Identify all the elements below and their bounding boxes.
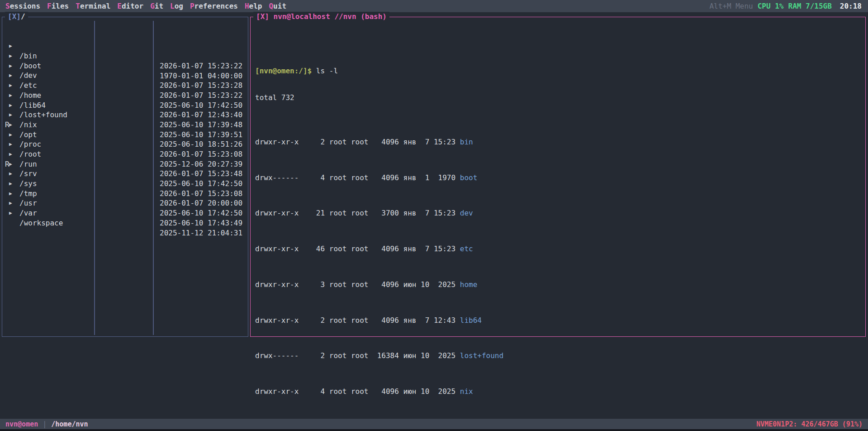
menu-item[interactable]: Files [47, 2, 69, 10]
tree-row[interactable]: ▶ /boot 1970-01-01 04:00:00 [2, 32, 247, 42]
ls-row-meta: drwx------ 2 root root 16384 июн 10 2025 [255, 351, 460, 360]
ls-row-meta: drwx------ 4 root root 4096 янв 1 1970 [255, 173, 460, 182]
menu-item-label: it [155, 2, 163, 10]
ls-row-meta: drwxr-xr-x 3 root root 4096 июн 10 2025 [255, 280, 460, 289]
menu-items: Sessions Files Terminal Editor Git Log P… [5, 2, 286, 10]
menu-hotkey-hint: Alt+M Menu [709, 2, 753, 10]
tree-row[interactable]: ▶ /root 2025-12-06 20:27:39 [2, 120, 247, 130]
shell-prompt: [nvn@omen:/]$ [255, 67, 312, 75]
clock: 20:18 [840, 2, 862, 10]
ls-output-row: drwxr-xr-x 3 root root 4096 июн 10 2025 … [255, 280, 864, 290]
tree-row[interactable]: R ▶ /proc 2026-01-07 15:23:08 [2, 110, 247, 120]
ls-row-dirname: dev [460, 209, 473, 217]
tree-dir-name: /workspace [19, 218, 63, 228]
tree-dir-timestamp: 2025-06-10 17:42:50 [160, 208, 242, 218]
menu-item[interactable]: Quit [269, 2, 286, 10]
expand-arrow-icon[interactable]: ▶ [9, 208, 12, 218]
tree-dir-name: /usr [19, 198, 37, 208]
menu-item[interactable]: Sessions [5, 2, 40, 10]
menu-item-label: erminal [80, 2, 110, 10]
ls-row-dirname: lib64 [460, 316, 482, 325]
terminal-blank-line [255, 39, 864, 49]
tree-row[interactable]: ▶ /var 2025-06-10 17:43:49 [2, 179, 247, 189]
ls-output-row: drwxr-xr-x 2 root root 4096 янв 7 15:23 … [255, 137, 864, 147]
ls-row-dirname: lost+found [460, 351, 503, 360]
pane-tab-indicator[interactable]: [X] [8, 12, 21, 21]
pane-title-path: / [21, 12, 25, 21]
tree-dir-timestamp: 2026-01-07 20:00:00 [160, 198, 242, 208]
file-tree-pane: [X]/ ▶ /bin 2026-01-07 15:23:22 ▶ /boot … [2, 17, 248, 337]
menu-item-label: essions [10, 2, 40, 10]
terminal-title-text: nvn@localhost //nvn (bash) [269, 12, 387, 21]
status-host: nvn@omen [5, 420, 38, 428]
menu-item-hotkey: E [117, 2, 122, 10]
tree-row[interactable]: ▶ /dev 2026-01-07 15:23:28 [2, 41, 247, 51]
menu-item-label: ditor [122, 2, 143, 10]
menu-item-label: uit [273, 2, 286, 10]
terminal-app-window: Sessions Files Terminal Editor Git Log P… [0, 0, 868, 431]
menu-item-hotkey: G [150, 2, 155, 10]
terminal-command-line: [nvn@omen:/]$ls -l [255, 66, 864, 76]
menu-item-hotkey: S [5, 2, 10, 10]
tree-row[interactable]: ▶ /nix 2025-06-10 17:39:51 [2, 91, 247, 101]
menu-item[interactable]: Git [150, 2, 163, 10]
status-current-path: /home/nvn [51, 420, 88, 428]
tree-row[interactable]: ▶ /lib64 2026-01-07 12:43:40 [2, 71, 247, 81]
menu-item[interactable]: Preferences [190, 2, 238, 10]
ls-output-row: drwxr-xr-x 4 root root 4096 июн 10 2025 … [255, 387, 864, 397]
menu-item[interactable]: Editor [117, 2, 143, 10]
tree-row[interactable]: ▶ /srv 2025-06-10 17:42:50 [2, 139, 247, 149]
status-separator: | [43, 420, 47, 428]
menu-item-hotkey: Q [269, 2, 273, 10]
pane-tab-indicator[interactable]: [X] [256, 12, 269, 21]
tree-dir-timestamp: 2025-11-12 21:04:31 [160, 228, 242, 238]
tree-row[interactable]: ▶ /workspace 2025-11-12 21:04:31 [2, 189, 247, 199]
menu-item-label: iles [52, 2, 69, 10]
menu-item-hotkey: F [47, 2, 52, 10]
menu-item[interactable]: Log [170, 2, 183, 10]
tree-dir-timestamp: 2025-06-10 17:43:49 [160, 218, 242, 228]
menu-item-label: og [175, 2, 183, 10]
ls-output-row: drwxr-xr-x 46 root root 4096 янв 7 15:23… [255, 244, 864, 254]
tree-row[interactable]: ▶ /bin 2026-01-07 15:23:22 [2, 22, 247, 32]
ls-output-row: drwx------ 2 root root 16384 июн 10 2025… [255, 351, 864, 361]
ls-row-dirname: nix [460, 387, 473, 396]
tree-row[interactable]: ▶ /lost+found 2025-06-10 17:39:48 [2, 81, 247, 91]
ls-row-dirname: bin [460, 138, 473, 146]
tree-row[interactable]: ▶ /usr 2025-06-10 17:42:50 [2, 169, 247, 179]
ls-row-dirname: home [460, 280, 478, 289]
ls-output-row: drwxr-xr-x 2 root root 4096 янв 7 12:43 … [255, 316, 864, 326]
ls-row-dirname: boot [460, 173, 478, 182]
terminal-pane[interactable]: [X] nvn@localhost //nvn (bash) [nvn@omen… [250, 17, 866, 337]
tree-row[interactable]: ▶ /home 2025-06-10 17:42:50 [2, 61, 247, 71]
directory-tree: ▶ /bin 2026-01-07 15:23:22 ▶ /boot 1970-… [2, 22, 247, 198]
ls-row-meta: drwxr-xr-x 46 root root 4096 янв 7 15:23 [255, 244, 460, 253]
tree-row[interactable]: ▶ /run 2026-01-07 15:23:48 [2, 130, 247, 140]
menu-item-hotkey: L [170, 2, 175, 10]
ls-total-line: total 732 [255, 93, 864, 103]
tree-row[interactable]: R ▶ /sys 2026-01-07 15:23:08 [2, 149, 247, 159]
menu-item-label: references [194, 2, 238, 10]
ls-output-row: drwx------ 4 root root 4096 янв 1 1970 b… [255, 173, 864, 183]
ram-indicator: RAM 7/15GB [788, 2, 832, 10]
menu-item[interactable]: Terminal [76, 2, 110, 10]
tree-row[interactable]: ▶ /etc 2026-01-07 15:23:22 [2, 51, 247, 61]
menu-item-hotkey: H [245, 2, 249, 10]
file-tree-pane-title: [X]/ [5, 12, 28, 22]
shell-command: ls -l [316, 67, 338, 75]
menubar-status: Alt+M Menu CPU 1% RAM 7/15GB 20:18 [709, 2, 862, 10]
ls-listing: drwxr-xr-x 2 root root 4096 янв 7 15:23 … [255, 120, 864, 431]
menu-bar: Sessions Files Terminal Editor Git Log P… [0, 0, 868, 12]
tree-row[interactable]: ▶ /opt 2025-06-10 18:51:26 [2, 101, 247, 110]
ls-row-meta: drwxr-xr-x 2 root root 4096 янв 7 12:43 [255, 316, 460, 325]
disk-usage-indicator: NVME0N1P2: 426/467GB (91%) [756, 420, 863, 428]
ls-row-meta: drwxr-xr-x 2 root root 4096 янв 7 15:23 [255, 138, 460, 146]
menu-item-hotkey: T [76, 2, 80, 10]
status-bar: nvn@omen | /home/nvn NVME0N1P2: 426/467G… [0, 419, 868, 429]
tree-dir-name: /var [19, 208, 37, 218]
window-bottom-strip [0, 429, 868, 431]
menu-item[interactable]: Help [245, 2, 262, 10]
tree-row[interactable]: ▶ /tmp 2026-01-07 20:00:00 [2, 159, 247, 169]
menu-item-hotkey: P [190, 2, 194, 10]
ls-row-meta: drwxr-xr-x 21 root root 3700 янв 7 15:23 [255, 209, 460, 217]
